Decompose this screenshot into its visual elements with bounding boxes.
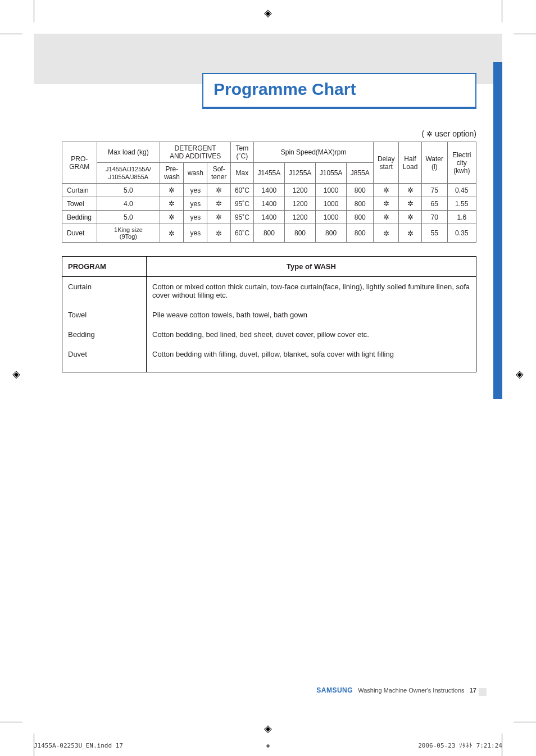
cell-half: ✲ [399, 184, 422, 197]
cell-water: 65 [421, 197, 447, 211]
col-type: Type of WASH [147, 257, 476, 277]
table-row: Curtain Cotton or mixed cotton thick cur… [62, 277, 476, 306]
col-j855a: J855A [351, 169, 370, 177]
cell-program: Curtain [62, 184, 97, 197]
cell-desc: Cotton bedding, bed lined, bed sheet, du… [147, 325, 476, 344]
cell-elec: 1.55 [447, 197, 476, 211]
slug-right: 2006-05-23 ｿﾀﾈﾄ 7:21:24 [418, 742, 502, 749]
cell-half: ✲ [399, 197, 422, 211]
cell-j1055a: 1000 [316, 197, 347, 211]
page-title-box: Programme Chart [202, 73, 476, 109]
crop-mark [514, 34, 536, 34]
cell-maxload: 1King size (9Tog) [97, 224, 160, 243]
table-row: Bedding 5.0 ✲ yes ✲ 95˚C 1400 1200 1000 … [62, 211, 476, 224]
cell-program: Towel [62, 305, 147, 325]
slug-left: J1455A-02253U_EN.indd 17 [34, 742, 123, 749]
cell-j1255a: 1200 [284, 184, 315, 197]
col-half-bottom: Load [403, 163, 418, 171]
crop-mark [0, 722, 22, 722]
col-half-top: Half [404, 155, 416, 163]
cell-elec: 0.45 [447, 184, 476, 197]
cell-prewash: ✲ [160, 224, 184, 243]
col-temp-top: Tem (˚C) [236, 144, 249, 160]
page-title: Programme Chart [214, 80, 356, 98]
cell-j855a: 800 [347, 211, 374, 224]
legend-suffix: user option) [433, 129, 476, 138]
col-elec-bottom: city (kwh) [453, 159, 470, 175]
cell-prewash: ✲ [160, 211, 184, 224]
footer-decoration [479, 688, 487, 696]
cell-softener: ✲ [207, 197, 230, 211]
cell-program: Duvet [62, 344, 147, 372]
cell-temp: 95˚C [230, 197, 253, 211]
cell-program: Curtain [62, 277, 147, 306]
table-row: Towel Pile weave cotton towels, bath tow… [62, 305, 476, 325]
cell-temp: 60˚C [230, 184, 253, 197]
col-water-bottom: (l) [431, 163, 438, 171]
col-spin-top: Spin Speed(MAX)rpm [281, 148, 347, 156]
cell-j1055a: 800 [316, 224, 347, 243]
crop-mark [514, 722, 536, 722]
cell-maxload: 5.0 [97, 184, 160, 197]
cell-temp: 95˚C [230, 211, 253, 224]
cell-elec: 1.6 [447, 211, 476, 224]
cell-prewash: ✲ [160, 197, 184, 211]
cell-j1455a: 1400 [253, 197, 284, 211]
cell-desc: Pile weave cotton towels, bath towel, ba… [147, 305, 476, 325]
cell-j1455a: 1400 [253, 211, 284, 224]
page-edge-tab [493, 62, 502, 399]
legend-text: ( ✲ user option) [62, 129, 476, 138]
cell-j1255a: 1200 [284, 211, 315, 224]
cell-j1255a: 1200 [284, 197, 315, 211]
col-maxload-bottom: J1455A/J1255A/ J1055A/J855A [106, 166, 151, 180]
cell-maxload: 5.0 [97, 211, 160, 224]
table-header-row: PRO-GRAM Max load (kg) DETERGENT AND ADD… [62, 142, 476, 163]
cell-j1255a: 800 [284, 224, 315, 243]
table-header-row: PROGRAM Type of WASH [62, 257, 476, 277]
col-water-top: Water [425, 155, 443, 163]
col-delay-top: Delay [378, 155, 395, 163]
cell-j1055a: 1000 [316, 184, 347, 197]
col-wash: wash [188, 169, 203, 177]
col-program: PROGRAM [62, 257, 147, 277]
table-row: Bedding Cotton bedding, bed lined, bed s… [62, 325, 476, 344]
cell-softener: ✲ [207, 211, 230, 224]
snowflake-icon: ✲ [426, 130, 433, 138]
col-j1255a: J1255A [289, 169, 312, 177]
cell-program: Duvet [62, 224, 97, 243]
cell-j855a: 800 [347, 184, 374, 197]
cell-water: 55 [421, 224, 447, 243]
cell-desc: Cotton or mixed cotton thick curtain, to… [147, 277, 476, 306]
crop-mark [0, 34, 22, 34]
col-program-2: GRAM [69, 163, 89, 171]
cell-wash: yes [184, 211, 207, 224]
table-row: Towel 4.0 ✲ yes ✲ 95˚C 1400 1200 1000 80… [62, 197, 476, 211]
cell-water: 75 [421, 184, 447, 197]
cell-j855a: 800 [347, 197, 374, 211]
cell-program: Bedding [62, 211, 97, 224]
cell-water: 70 [421, 211, 447, 224]
col-detergent-top: DETERGENT AND ADDITIVES [170, 144, 221, 160]
col-j1055a: J1055A [320, 169, 343, 177]
cell-wash: yes [184, 184, 207, 197]
crop-mark [502, 0, 502, 22]
col-temp-bottom: Max [236, 169, 249, 177]
cell-j1455a: 800 [253, 224, 284, 243]
cell-wash: yes [184, 197, 207, 211]
cell-j1055a: 1000 [316, 211, 347, 224]
cell-delay: ✲ [374, 224, 399, 243]
col-maxload-top: Max load (kg) [108, 148, 149, 156]
page-number: 17 [470, 687, 476, 694]
cell-j1455a: 1400 [253, 184, 284, 197]
registration-mark-icon: ◈ [514, 368, 526, 380]
cell-softener: ✲ [207, 224, 230, 243]
cell-maxload: 4.0 [97, 197, 160, 211]
footer-text: Washing Machine Owner's Instructions [358, 687, 464, 694]
page: Programme Chart ( ✲ user option) PRO-GRA… [34, 34, 502, 722]
cell-half: ✲ [399, 211, 422, 224]
cell-delay: ✲ [374, 184, 399, 197]
table-row: Curtain 5.0 ✲ yes ✲ 60˚C 1400 1200 1000 … [62, 184, 476, 197]
cell-softener: ✲ [207, 184, 230, 197]
registration-mark-icon: ◈ [10, 368, 22, 380]
table-row: Duvet 1King size (9Tog) ✲ yes ✲ 60˚C 800… [62, 224, 476, 243]
